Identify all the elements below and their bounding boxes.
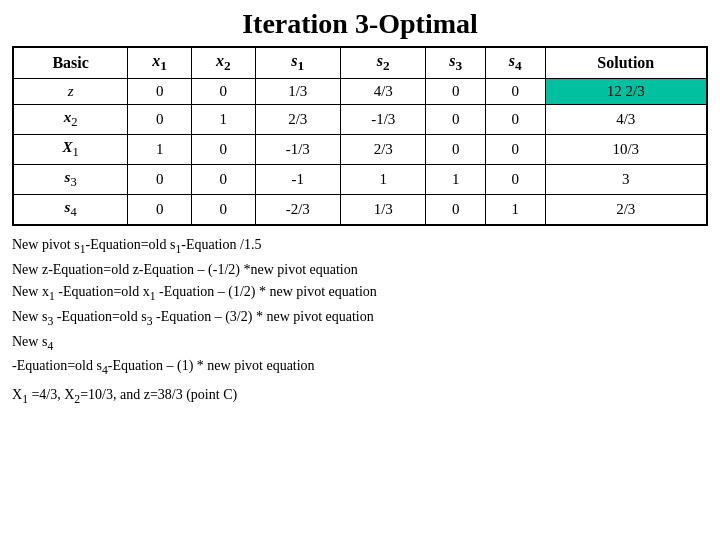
cell-s4-solution: 2/3 <box>545 195 707 226</box>
page-title: Iteration 3-Optimal <box>12 8 708 40</box>
table-wrapper: Basic x1 x2 s1 s2 s3 s4 Solution z 0 0 1… <box>12 46 708 226</box>
cell-x2-solution: 4/3 <box>545 105 707 135</box>
table-row-s4: s4 0 0 -2/3 1/3 0 1 2/3 <box>13 195 707 226</box>
cell-s4-basic: s4 <box>13 195 128 226</box>
cell-z-basic: z <box>13 79 128 105</box>
cell-X1-solution: 10/3 <box>545 135 707 165</box>
cell-X1-basic: X1 <box>13 135 128 165</box>
col-header-s2: s2 <box>341 47 426 79</box>
cell-s3-s4: 0 <box>486 165 546 195</box>
table-row-s3: s3 0 0 -1 1 1 0 3 <box>13 165 707 195</box>
cell-z-s4: 0 <box>486 79 546 105</box>
cell-X1-s2: 2/3 <box>341 135 426 165</box>
cell-x2-s1: 2/3 <box>255 105 340 135</box>
note-line-3: New x1 -Equation=old x1 -Equation – (1/2… <box>12 281 708 306</box>
col-header-s3: s3 <box>426 47 486 79</box>
simplex-table: Basic x1 x2 s1 s2 s3 s4 Solution z 0 0 1… <box>12 46 708 226</box>
cell-X1-s1: -1/3 <box>255 135 340 165</box>
note-line-4: New s3 -Equation=old s3 -Equation – (3/2… <box>12 306 708 331</box>
cell-x2-basic: x2 <box>13 105 128 135</box>
cell-s4-x2: 0 <box>191 195 255 226</box>
cell-s4-s2: 1/3 <box>341 195 426 226</box>
cell-z-s2: 4/3 <box>341 79 426 105</box>
cell-x2-x2: 1 <box>191 105 255 135</box>
note-line-5: New s4 <box>12 331 708 356</box>
cell-z-s3: 0 <box>426 79 486 105</box>
cell-X1-s4: 0 <box>486 135 546 165</box>
table-row-z: z 0 0 1/3 4/3 0 0 12 2/3 <box>13 79 707 105</box>
col-header-x1: x1 <box>128 47 192 79</box>
cell-x2-x1: 0 <box>128 105 192 135</box>
cell-x2-s3: 0 <box>426 105 486 135</box>
cell-X1-x2: 0 <box>191 135 255 165</box>
cell-s3-s2: 1 <box>341 165 426 195</box>
cell-s3-basic: s3 <box>13 165 128 195</box>
note-line-7: X1 =4/3, X2=10/3, and z=38/3 (point C) <box>12 384 708 409</box>
cell-z-x2: 0 <box>191 79 255 105</box>
table-row-x2: x2 0 1 2/3 -1/3 0 0 4/3 <box>13 105 707 135</box>
note-line-1: New pivot s1-Equation=old s1-Equation /1… <box>12 234 708 259</box>
note-line-2: New z-Equation=old z-Equation – (-1/2) *… <box>12 259 708 281</box>
cell-X1-x1: 1 <box>128 135 192 165</box>
table-row-X1: X1 1 0 -1/3 2/3 0 0 10/3 <box>13 135 707 165</box>
col-header-s4: s4 <box>486 47 546 79</box>
page-container: Iteration 3-Optimal Basic x1 x2 s1 s2 s3… <box>0 0 720 540</box>
cell-s3-solution: 3 <box>545 165 707 195</box>
cell-s4-s4: 1 <box>486 195 546 226</box>
notes-section: New pivot s1-Equation=old s1-Equation /1… <box>12 234 708 409</box>
cell-z-x1: 0 <box>128 79 192 105</box>
cell-s4-s1: -2/3 <box>255 195 340 226</box>
cell-s3-x2: 0 <box>191 165 255 195</box>
col-header-s1: s1 <box>255 47 340 79</box>
cell-x2-s2: -1/3 <box>341 105 426 135</box>
note-line-6: -Equation=old s4-Equation – (1) * new pi… <box>12 355 708 380</box>
cell-s3-s1: -1 <box>255 165 340 195</box>
cell-X1-s3: 0 <box>426 135 486 165</box>
cell-z-solution: 12 2/3 <box>545 79 707 105</box>
header-row: Basic x1 x2 s1 s2 s3 s4 Solution <box>13 47 707 79</box>
cell-x2-s4: 0 <box>486 105 546 135</box>
col-header-solution: Solution <box>545 47 707 79</box>
cell-s3-s3: 1 <box>426 165 486 195</box>
cell-s4-x1: 0 <box>128 195 192 226</box>
cell-s4-s3: 0 <box>426 195 486 226</box>
col-header-x2: x2 <box>191 47 255 79</box>
cell-s3-x1: 0 <box>128 165 192 195</box>
col-header-basic: Basic <box>13 47 128 79</box>
cell-z-s1: 1/3 <box>255 79 340 105</box>
